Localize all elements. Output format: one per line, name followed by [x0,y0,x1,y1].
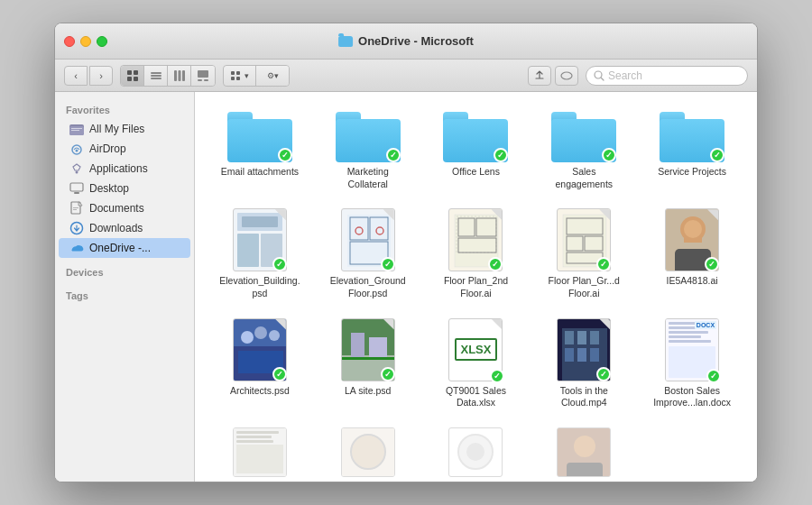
file-label: Marketing Collateral [328,166,409,190]
file-label: Floor Plan_2nd Floor.ai [435,275,516,299]
traffic-lights [64,36,107,47]
arrange-button[interactable]: ▾ [224,66,256,86]
view-list-button[interactable] [144,66,168,86]
arrange-button-group: ▾ ⚙▾ [223,65,290,87]
file-icon-wrap: ✓ [665,208,719,271]
svg-rect-75 [567,463,603,477]
sidebar-item-downloads[interactable]: Downloads [59,218,190,238]
sidebar-item-airdrop[interactable]: AirDrop [59,139,190,159]
view-columns-button[interactable] [168,66,191,86]
file-item-partial-2[interactable] [318,422,419,482]
file-item-tools-cloud[interactable]: ✓ Tools in the Cloud.mp4 [533,313,634,415]
file-item-elevation-building[interactable]: ✓ Elevation_Building.psd [209,203,310,305]
sidebar-item-documents[interactable]: Documents [59,198,190,218]
file-grid-container: ✓ Email attachments ✓ Marketing Collater… [195,92,757,482]
search-box[interactable]: Search [586,66,748,86]
svg-rect-7 [174,70,177,81]
svg-rect-6 [151,78,161,79]
maximize-button[interactable] [97,36,107,47]
svg-rect-23 [71,130,79,131]
share-button[interactable] [528,66,551,86]
svg-rect-22 [71,128,82,129]
content-area: Favorites All My Files [55,92,757,482]
file-item-service-projects[interactable]: ✓ Service Projects [641,106,743,196]
file-item-floor-plan-grd[interactable]: ✓ Floor Plan_Gr...d Floor.ai [533,203,634,305]
file-item-sales-engagements[interactable]: ✓ Sales engagements [533,106,634,196]
file-item-qt9001[interactable]: XLSX ✓ QT9001 Sales Data.xlsx [426,313,527,415]
file-icon-wrap: ✓ [227,112,292,162]
svg-rect-10 [198,70,208,78]
svg-rect-27 [70,183,83,191]
svg-point-58 [269,330,280,341]
svg-rect-3 [134,77,138,81]
svg-point-18 [595,71,602,78]
file-item-marketing-collateral[interactable]: ✓ Marketing Collateral [318,106,419,196]
file-item-partial-1[interactable] [209,422,310,482]
forward-button[interactable]: › [89,66,113,86]
desktop-icon [69,181,84,196]
sidebar-item-applications[interactable]: Applications [59,159,190,179]
file-item-office-lens[interactable]: ✓ Office Lens [426,106,527,196]
airdrop-icon [69,142,84,156]
nav-buttons: ‹ › [64,66,113,86]
file-icon-wrap: ✓ [557,318,611,381]
minimize-button[interactable] [80,36,91,47]
sync-badge: ✓ [278,148,292,162]
svg-rect-72 [590,348,599,362]
file-icon-wrap: DOCX ✓ [665,318,719,381]
file-icon-wrap: ✓ [660,112,724,162]
devices-label: Devices [55,258,194,281]
sidebar-item-onedrive[interactable]: OneDrive -... [59,238,190,258]
file-label: Tools in the Cloud.mp4 [543,385,624,409]
svg-rect-14 [236,71,240,75]
svg-rect-69 [590,331,599,344]
file-label: Architects.psd [230,385,290,398]
svg-point-74 [574,436,595,457]
desktop-label: Desktop [89,182,129,195]
file-item-email-attachments[interactable]: ✓ Email attachments [209,106,310,196]
svg-rect-30 [73,207,78,208]
back-button[interactable]: ‹ [64,66,88,86]
file-item-la-site[interactable]: ✓ LA site.psd [318,313,419,415]
file-label: Elevation_Ground Floor.psd [328,275,409,299]
sidebar-item-all-my-files[interactable]: All My Files [59,119,190,139]
file-item-floor-plan-2nd[interactable]: ✓ Floor Plan_2nd Floor.ai [426,203,527,305]
view-cover-button[interactable] [191,66,215,86]
downloads-label: Downloads [89,222,143,234]
svg-rect-63 [369,337,387,360]
tag-button[interactable] [555,66,578,86]
file-label: Service Projects [658,166,726,179]
downloads-icon [69,221,84,235]
file-icon-wrap: ✓ [341,208,395,271]
favorites-label: Favorites [55,99,194,119]
svg-rect-31 [73,209,77,210]
onedrive-icon [69,241,84,255]
file-item-architects[interactable]: ✓ Architects.psd [209,313,310,415]
svg-rect-4 [151,72,161,74]
close-button[interactable] [64,36,75,47]
view-icon-button[interactable] [121,66,144,86]
svg-rect-71 [577,348,586,362]
window-title: OneDrive - Microsoft [338,34,474,48]
sync-badge: ✓ [706,369,721,383]
file-item-ie5a4818[interactable]: ✓ IE5A4818.ai [641,203,743,305]
sidebar-item-desktop[interactable]: Desktop [59,179,190,198]
svg-rect-8 [178,70,180,81]
svg-rect-68 [577,331,586,344]
file-label: QT9001 Sales Data.xlsx [435,385,516,409]
toolbar: ‹ › [55,60,757,92]
file-item-elevation-ground[interactable]: ✓ Elevation_Ground Floor.psd [318,203,419,305]
file-label: Office Lens [452,166,500,179]
svg-rect-2 [127,77,132,81]
file-item-boston-sales[interactable]: DOCX ✓ Boston Sales Improve...lan.docx [641,313,743,415]
svg-rect-70 [565,348,574,362]
file-icon-wrap [557,427,611,477]
action-button[interactable]: ⚙▾ [256,66,289,86]
sync-badge: ✓ [381,367,395,381]
svg-rect-53 [684,238,702,243]
file-item-partial-3[interactable] [426,422,527,482]
documents-label: Documents [89,202,144,215]
sync-badge: ✓ [596,367,611,381]
file-item-partial-4[interactable] [533,422,634,482]
documents-icon [69,201,84,216]
